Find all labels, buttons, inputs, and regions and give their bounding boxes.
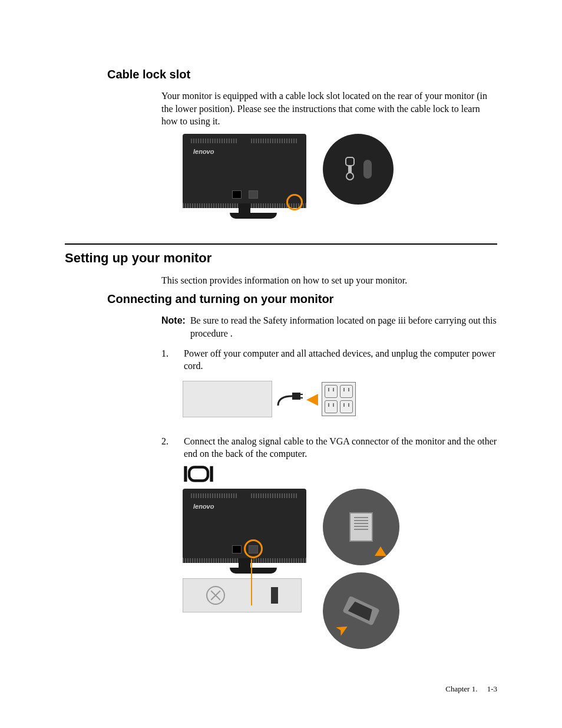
paragraph-cable-lock: Your monitor is equipped with a cable lo…	[161, 90, 497, 128]
monitor-rear-illustration: lenovo	[183, 489, 306, 575]
step-1: 1. Power off your computer and all attac…	[161, 347, 497, 373]
dvi-connector-detail	[323, 489, 399, 565]
monitor-rear-illustration: lenovo	[183, 134, 306, 220]
step-2: 2. Connect the analog signal cable to th…	[161, 435, 497, 460]
figure-connect-vga: lenovo ➤	[183, 489, 497, 649]
svg-rect-5	[300, 397, 303, 398]
section-divider	[65, 243, 497, 245]
note-row: Note: Be sure to read the Safety informa…	[161, 314, 497, 340]
note-text: Be sure to read the Safety information l…	[190, 314, 497, 340]
vga-cable-detail: ➤	[323, 572, 399, 649]
svg-rect-4	[300, 394, 303, 395]
computer-box-illustration	[183, 381, 272, 417]
step-text: Connect the analog signal cable to the V…	[184, 435, 497, 460]
svg-rect-7	[210, 466, 213, 482]
svg-rect-1	[348, 166, 352, 173]
svg-point-2	[346, 173, 353, 180]
step-number: 2.	[161, 435, 184, 460]
left-arrow-icon: ◀	[306, 391, 318, 407]
figure-unplug-power: ◀	[183, 381, 497, 417]
footer-page-number: 1-3	[487, 684, 497, 693]
diagonal-arrow-icon: ➤	[332, 618, 353, 641]
computer-rear-illustration	[183, 578, 302, 612]
monitor-logo: lenovo	[193, 148, 214, 155]
lock-slot-detail-illustration	[323, 134, 394, 205]
step-number: 1.	[161, 347, 184, 373]
callout-line-icon	[251, 559, 252, 605]
plug-cord-icon	[276, 390, 303, 408]
svg-rect-3	[292, 393, 300, 400]
vga-symbol-icon	[183, 465, 497, 485]
figure-cable-lock: lenovo	[183, 134, 497, 220]
highlight-circle-icon	[244, 539, 263, 558]
note-label: Note:	[161, 314, 186, 340]
svg-rect-0	[346, 157, 354, 166]
wall-outlet-illustration	[322, 382, 356, 416]
svg-rect-8	[189, 467, 208, 480]
up-arrow-icon	[375, 546, 386, 556]
highlight-circle-icon	[286, 194, 303, 210]
footer-chapter: Chapter 1.	[445, 684, 477, 693]
page-footer: Chapter 1. 1-3	[445, 684, 497, 694]
heading-setting-up-monitor: Setting up your monitor	[65, 251, 497, 266]
heading-cable-lock-slot: Cable lock slot	[107, 68, 497, 81]
fan-icon	[206, 586, 225, 605]
step-text: Power off your computer and all attached…	[184, 347, 497, 373]
heading-connecting-turning-on: Connecting and turning on your monitor	[107, 292, 497, 306]
svg-rect-6	[184, 466, 187, 482]
paragraph-setup-intro: This section provides information on how…	[161, 274, 497, 287]
vga-port-icon	[271, 587, 278, 604]
monitor-logo: lenovo	[193, 503, 214, 510]
